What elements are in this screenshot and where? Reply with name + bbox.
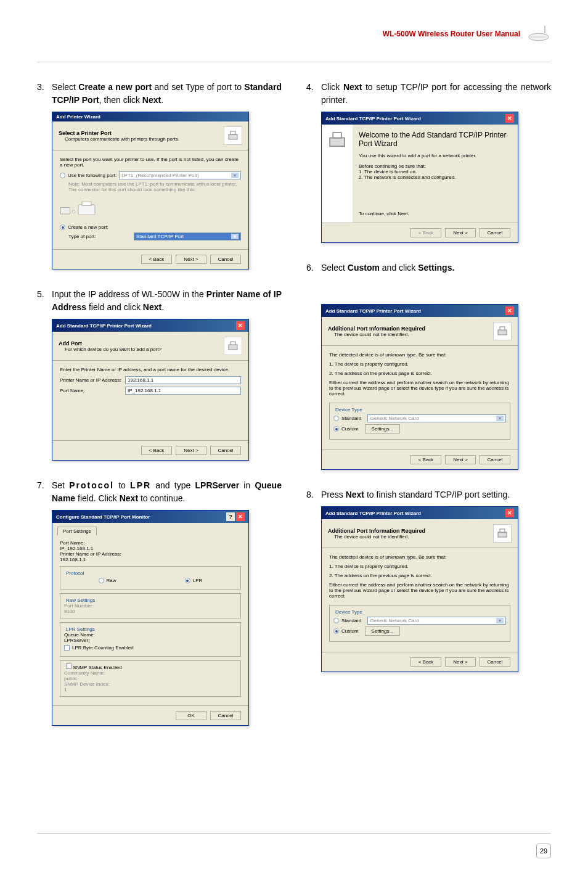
- settings-button[interactable]: Settings...: [365, 626, 401, 636]
- svg-rect-4: [231, 131, 235, 134]
- ok-button[interactable]: OK: [176, 711, 206, 720]
- printer-icon: [493, 322, 512, 340]
- radio-custom[interactable]: CustomSettings...: [333, 424, 506, 433]
- page-header: WL-500W Wireless Router User Manual: [37, 25, 551, 43]
- checkbox-lpr-byte[interactable]: LPR Byte Counting Enabled: [64, 645, 237, 651]
- dialog-heading: Additional Port Information Required: [328, 326, 493, 332]
- settings-button[interactable]: Settings...: [365, 424, 401, 433]
- printer-icon: [224, 126, 242, 145]
- intro-text: Select the port you want your printer to…: [60, 157, 241, 168]
- step-text: Set Protocol to LPR and type LPRServer i…: [52, 479, 282, 505]
- additional-port-dialog-2: Add Standard TCP/IP Printer Port Wizard✕…: [321, 506, 518, 672]
- body-p1: The detected device is of unknown type. …: [329, 554, 510, 560]
- add-port-dialog: Add Standard TCP/IP Printer Port Wizard✕…: [52, 319, 249, 461]
- dialog-subheading: For which device do you want to add a po…: [65, 347, 224, 352]
- cancel-button[interactable]: Cancel: [210, 711, 241, 720]
- snmp-index-input: 1: [64, 687, 237, 692]
- close-icon[interactable]: ✕: [505, 509, 514, 517]
- type-dropdown[interactable]: Standard TCP/IP Port▾: [134, 232, 241, 240]
- printer-name-input[interactable]: 192.168.1.1: [125, 376, 241, 384]
- type-label: Type of port:: [68, 234, 130, 239]
- cancel-button[interactable]: Cancel: [210, 255, 241, 264]
- lpr-legend: LPR Settings: [64, 626, 97, 632]
- cancel-button[interactable]: Cancel: [480, 657, 510, 667]
- svg-rect-12: [333, 133, 341, 138]
- add-printer-wizard-dialog: Add Printer Wizard Select a Printer Port…: [52, 112, 249, 269]
- port-name-label: Port Name:: [60, 540, 84, 546]
- back-button[interactable]: < Back: [410, 657, 441, 667]
- back-button[interactable]: < Back: [410, 455, 441, 464]
- printer-icon: [224, 337, 242, 355]
- next-button[interactable]: Next >: [176, 255, 206, 264]
- step-num: 7.: [37, 479, 46, 492]
- port-name-input[interactable]: IP_192.168.1.1: [125, 387, 241, 395]
- step-4: 4. Click Next to setup TCP/IP port for a…: [306, 81, 551, 243]
- radio-lpr[interactable]: LPR: [185, 578, 203, 583]
- next-button[interactable]: Next >: [445, 228, 476, 237]
- printer-name-label: Printer Name or IP Address:: [60, 377, 121, 383]
- router-icon: [526, 25, 551, 43]
- close-icon[interactable]: ✕: [236, 321, 245, 330]
- page-number: 29: [536, 844, 551, 858]
- step-num: 3.: [37, 81, 46, 94]
- help-icon[interactable]: ?: [226, 512, 235, 521]
- printer-name-input[interactable]: 192.168.1.1: [60, 557, 241, 562]
- cancel-button[interactable]: Cancel: [480, 455, 510, 464]
- checkbox-snmp[interactable]: [66, 663, 71, 669]
- dialog-heading: Select a Printer Port: [59, 130, 224, 136]
- next-button[interactable]: Next >: [176, 446, 206, 455]
- dialog-subheading: The device could not be identified.: [334, 332, 493, 337]
- printer-illustration: [60, 196, 97, 221]
- dialog-title: Add Standard TCP/IP Printer Port Wizard: [56, 323, 152, 329]
- welcome-p3: To continue, click Next.: [359, 211, 512, 216]
- port-dropdown[interactable]: LPT1: (Recommended Printer Port)▾: [119, 171, 241, 179]
- welcome-l1: 1. The device is turned on.: [359, 169, 512, 175]
- queue-input[interactable]: LPRServer|: [64, 638, 237, 643]
- dialog-title: Add Standard TCP/IP Printer Port Wizard: [325, 308, 421, 314]
- additional-port-dialog: Add Standard TCP/IP Printer Port Wizard✕…: [321, 304, 518, 470]
- radio-standard[interactable]: StandardGeneric Network Card▾: [333, 414, 506, 422]
- standard-dropdown: Generic Network Card▾: [367, 617, 506, 625]
- community-input: public: [64, 676, 237, 681]
- step-num: 4.: [306, 81, 315, 94]
- back-button[interactable]: < Back: [141, 446, 172, 455]
- dialog-heading: Add Port: [59, 340, 224, 347]
- port-name-input[interactable]: IP_192.168.1.1: [60, 546, 241, 551]
- radio-raw[interactable]: Raw: [99, 578, 116, 583]
- dialog-title: Add Standard TCP/IP Printer Port Wizard: [325, 116, 421, 121]
- printer-name-label: Printer Name or IP Address:: [60, 551, 121, 557]
- standard-dropdown: Generic Network Card▾: [367, 414, 506, 422]
- dialog-heading: Additional Port Information Required: [328, 528, 493, 534]
- step-text: Select Create a new port and set Type of…: [52, 81, 282, 107]
- device-type-legend: Device Type: [333, 609, 364, 615]
- back-button[interactable]: < Back: [141, 255, 172, 264]
- step-num: 6.: [306, 261, 315, 274]
- cancel-button[interactable]: Cancel: [480, 228, 510, 237]
- next-button[interactable]: Next >: [445, 455, 476, 464]
- radio-use-port[interactable]: Use the following port: LPT1: (Recommend…: [60, 171, 241, 179]
- radio-standard[interactable]: StandardGeneric Network Card▾: [333, 617, 506, 625]
- close-icon[interactable]: ✕: [505, 114, 514, 123]
- body-l2: 2. The address on the previous page is c…: [329, 573, 510, 578]
- step-num: 8.: [306, 488, 315, 501]
- back-button: < Back: [410, 228, 441, 237]
- tab-port-settings[interactable]: Port Settings: [57, 527, 97, 535]
- svg-rect-5: [61, 208, 70, 215]
- titlebar: Add Printer Wizard: [52, 112, 248, 121]
- dialog-subheading: The device could not be identified.: [334, 534, 493, 540]
- radio-custom[interactable]: CustomSettings...: [333, 626, 506, 636]
- dialog-title: Add Standard TCP/IP Printer Port Wizard: [325, 511, 421, 516]
- next-button[interactable]: Next >: [445, 657, 476, 667]
- step-6: 6. Select Custom and click Settings. Add…: [306, 261, 551, 470]
- cancel-button[interactable]: Cancel: [210, 446, 241, 455]
- raw-port-input: 9100: [64, 609, 237, 614]
- radio-create-port[interactable]: Create a new port:: [60, 224, 241, 230]
- welcome-p2: Before continuing be sure that:: [359, 163, 512, 169]
- body-l2: 2. The address on the previous page is c…: [329, 371, 510, 376]
- chevron-down-icon: ▾: [231, 173, 239, 178]
- close-icon[interactable]: ✕: [236, 512, 245, 521]
- step-text: Select Custom and click Settings.: [321, 261, 454, 274]
- snmp-index-label: SNMP Device Index:: [64, 681, 110, 687]
- close-icon[interactable]: ✕: [505, 306, 514, 315]
- step-5: 5. Input the IP address of WL-500W in th…: [37, 288, 282, 461]
